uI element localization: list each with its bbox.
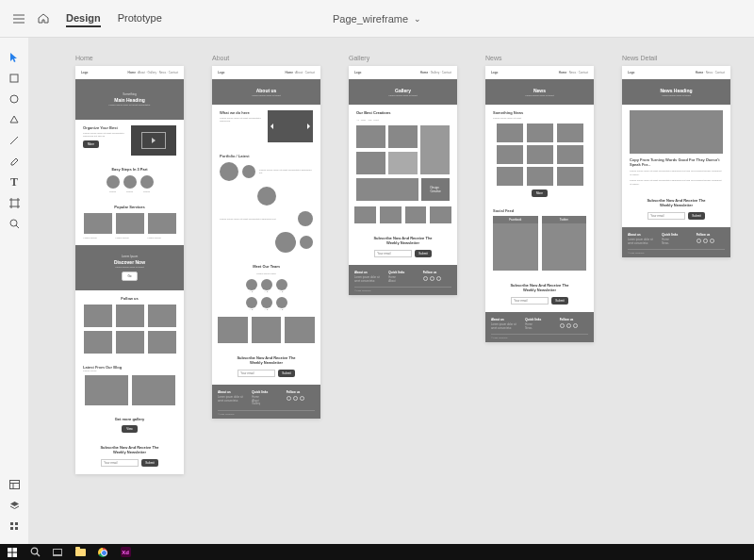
- play-icon: [152, 138, 156, 143]
- pen-tool-icon[interactable]: [0, 151, 28, 172]
- svg-rect-8: [8, 548, 12, 552]
- svg-rect-10: [8, 552, 12, 557]
- chrome-icon[interactable]: [94, 546, 111, 559]
- wf-nav: LogoHome · About · Gallery · News · Cont…: [75, 66, 184, 79]
- layers-panel-icon[interactable]: [0, 495, 28, 516]
- document-title-text: Page_wireframe: [333, 13, 408, 25]
- artboard-home[interactable]: Home LogoHome · About · Gallery · News ·…: [75, 66, 184, 474]
- artboard-news[interactable]: News LogoHome · News · Contact NewsLorem…: [485, 66, 594, 342]
- chevron-down-icon: ⌄: [414, 14, 421, 24]
- mode-tabs: Design Prototype: [66, 10, 162, 27]
- plugins-panel-icon[interactable]: [0, 516, 28, 536]
- document-title-dropdown[interactable]: Page_wireframe ⌄: [333, 13, 421, 25]
- windows-taskbar: Xd: [0, 544, 754, 560]
- svg-point-12: [31, 548, 38, 554]
- artboard-label[interactable]: Gallery: [349, 55, 369, 61]
- task-view-icon[interactable]: [49, 546, 66, 559]
- text-tool-icon[interactable]: T: [0, 172, 28, 192]
- artboard-about[interactable]: About LogoHome · About · Contact About u…: [212, 66, 320, 419]
- svg-point-1: [10, 95, 18, 103]
- svg-rect-11: [13, 552, 18, 557]
- artboard-label[interactable]: News: [485, 55, 502, 61]
- artboard-label[interactable]: News Detail: [622, 55, 657, 61]
- zoom-tool-icon[interactable]: [0, 213, 28, 234]
- artboard-label[interactable]: About: [212, 55, 229, 61]
- ellipse-tool-icon[interactable]: [0, 89, 28, 109]
- design-canvas[interactable]: Home LogoHome · About · Gallery · News ·…: [28, 38, 754, 544]
- wf-hero: Something Main Heading Lorem ipsum dolor…: [75, 79, 184, 120]
- artboard-label[interactable]: Home: [75, 55, 93, 61]
- svg-rect-4: [10, 522, 13, 525]
- polygon-tool-icon[interactable]: [0, 109, 28, 130]
- line-tool-icon[interactable]: [0, 130, 28, 151]
- rectangle-tool-icon[interactable]: [0, 68, 28, 89]
- select-tool-icon[interactable]: [0, 47, 28, 68]
- caret-right-icon: [307, 124, 310, 129]
- app-top-bar: Design Prototype Page_wireframe ⌄: [0, 0, 754, 38]
- taskbar-search-icon[interactable]: [26, 546, 43, 559]
- wf-newsletter: Subscribe Now And Receive TheWeekly News…: [75, 438, 184, 474]
- artboard-tool-icon[interactable]: [0, 192, 28, 213]
- artboard-gallery[interactable]: Gallery LogoHome · Gallery · Contact Gal…: [349, 66, 457, 295]
- adobe-xd-icon[interactable]: Xd: [117, 546, 134, 559]
- svg-rect-7: [15, 527, 18, 530]
- svg-point-2: [10, 220, 17, 226]
- tab-prototype[interactable]: Prototype: [118, 10, 162, 27]
- start-menu-icon[interactable]: [4, 546, 21, 559]
- svg-rect-9: [13, 548, 18, 552]
- assets-panel-icon[interactable]: [0, 474, 28, 495]
- caret-left-icon: [270, 124, 273, 129]
- wf-email-input: [101, 459, 139, 467]
- svg-rect-6: [10, 527, 13, 530]
- home-icon[interactable]: [38, 13, 49, 24]
- svg-rect-3: [9, 481, 19, 489]
- tab-design[interactable]: Design: [66, 10, 101, 27]
- svg-rect-0: [10, 74, 18, 82]
- artboard-news-detail[interactable]: News Detail LogoHome · News · Contact Ne…: [622, 66, 730, 257]
- file-explorer-icon[interactable]: [72, 546, 89, 559]
- svg-rect-5: [15, 522, 18, 525]
- tool-strip: T: [0, 38, 28, 544]
- hamburger-menu-icon[interactable]: [13, 14, 25, 24]
